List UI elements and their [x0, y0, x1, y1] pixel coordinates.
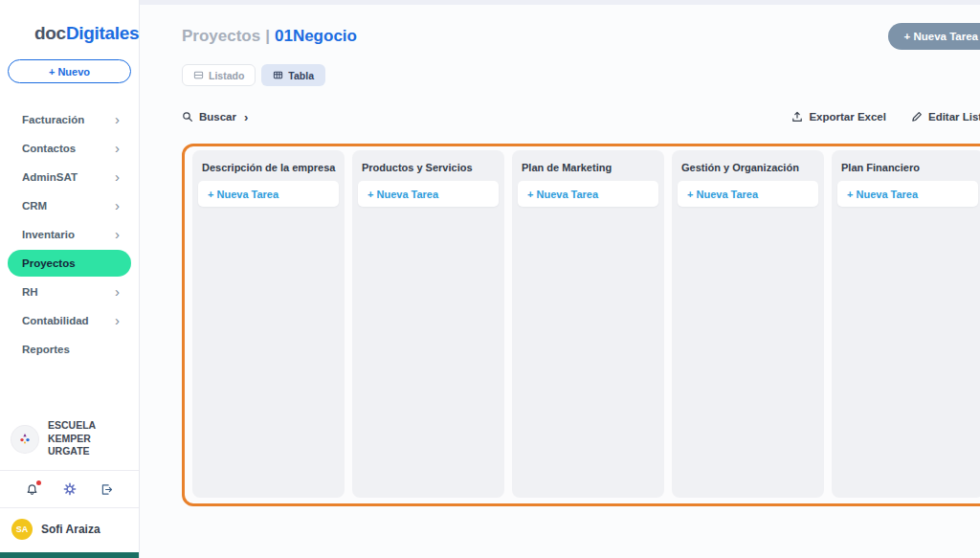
- chevron-right-icon: ›: [115, 313, 120, 327]
- sidebar-item-label: Reportes: [22, 344, 70, 355]
- toolbar-right: Exportar Excel Editar Listas: [791, 111, 980, 123]
- sidebar-item-label: CRM: [22, 200, 47, 212]
- sidebar-item-label: RH: [22, 286, 38, 298]
- search-label: Buscar: [199, 111, 236, 123]
- column-title: Descripción de la empresa: [192, 150, 345, 180]
- chevron-right-icon: ›: [115, 198, 120, 212]
- chevron-right-icon: ›: [115, 112, 120, 126]
- sidebar-item-reportes[interactable]: Reportes: [8, 336, 131, 363]
- breadcrumb-section: Proyectos: [182, 27, 260, 45]
- export-excel-button[interactable]: Exportar Excel: [791, 111, 886, 123]
- sidebar-item-rh[interactable]: RH›: [8, 279, 131, 305]
- user-name: Sofi Araiza: [41, 523, 100, 536]
- search-control[interactable]: Buscar ›: [182, 110, 248, 124]
- column-title: Productos y Servicios: [352, 150, 504, 180]
- column-title: Gestión y Organización: [672, 150, 824, 180]
- new-button[interactable]: + Nuevo: [8, 59, 131, 83]
- column-new-task-button[interactable]: + Nueva Tarea: [678, 181, 818, 207]
- logo-suffix: Digitales: [66, 23, 140, 43]
- edit-lists-label: Editar Listas: [928, 111, 980, 123]
- page-header: Proyectos|01Negocio + Nueva Tarea: [182, 23, 980, 50]
- logo-prefix: doc: [34, 23, 66, 43]
- chevron-right-icon: ›: [115, 284, 120, 299]
- user-row[interactable]: SA Sofi Araiza: [0, 508, 139, 552]
- column-new-task-button[interactable]: + Nueva Tarea: [358, 181, 499, 207]
- sidebar-item-label: Contabilidad: [22, 315, 89, 326]
- table-icon: [273, 70, 283, 80]
- chevron-right-icon: ›: [115, 227, 120, 241]
- sidebar-actions: [0, 471, 139, 507]
- board-column: Plan de Marketing+ Nueva Tarea: [512, 150, 664, 498]
- sidebar-menu: Facturación›Contactos›AdminSAT›CRM›Inven…: [0, 104, 139, 365]
- sidebar-item-inventario[interactable]: Inventario›: [8, 221, 131, 248]
- column-new-task-button[interactable]: + Nueva Tarea: [837, 181, 978, 207]
- chevron-right-icon: ›: [244, 110, 248, 124]
- breadcrumb-separator: |: [265, 27, 270, 45]
- logout-icon[interactable]: [99, 480, 116, 498]
- kanban-board: Descripción de la empresa+ Nueva TareaPr…: [182, 144, 980, 506]
- sidebar-item-contabilidad[interactable]: Contabilidad›: [8, 307, 131, 334]
- main-content: Proyectos|01Negocio + Nueva Tarea Listad…: [140, 0, 980, 558]
- column-new-task-button[interactable]: + Nueva Tarea: [518, 181, 658, 207]
- sidebar-item-contactos[interactable]: Contactos›: [8, 135, 131, 162]
- sidebar-item-proyectos[interactable]: Proyectos: [8, 250, 131, 277]
- pencil-icon: [911, 111, 923, 123]
- organization-crest-icon: [11, 426, 38, 453]
- sidebar-item-label: Proyectos: [22, 257, 76, 269]
- search-icon: [182, 111, 193, 123]
- column-new-task-button[interactable]: + Nueva Tarea: [198, 181, 339, 207]
- board-column: Plan Financiero+ Nueva Tarea: [832, 150, 980, 498]
- column-title: Plan Financiero: [832, 150, 980, 180]
- notification-badge: [36, 480, 41, 485]
- settings-gear-icon[interactable]: [61, 480, 78, 498]
- breadcrumb-current: 01Negocio: [275, 27, 357, 45]
- edit-lists-button[interactable]: Editar Listas: [911, 111, 980, 123]
- user-avatar: SA: [11, 519, 33, 540]
- board-column: Productos y Servicios+ Nueva Tarea: [352, 150, 504, 498]
- top-strip: [140, 0, 980, 5]
- column-title: Plan de Marketing: [512, 150, 664, 180]
- board-column: Descripción de la empresa+ Nueva Tarea: [192, 150, 345, 498]
- sidebar-footer: ESCUELA KEMPER URGATE: [0, 410, 139, 558]
- page-title: Proyectos|01Negocio: [182, 27, 357, 46]
- organization-name: ESCUELA KEMPER URGATE: [48, 419, 133, 458]
- sidebar-item-facturaci-n[interactable]: Facturación›: [8, 106, 131, 133]
- tab-label: Listado: [209, 70, 244, 81]
- sidebar-item-adminsat[interactable]: AdminSAT›: [8, 164, 131, 190]
- list-icon: [193, 70, 204, 80]
- tab-listado[interactable]: Listado: [182, 64, 256, 86]
- app-window: docDigitales + Nuevo Facturación›Contact…: [0, 0, 980, 558]
- new-task-button[interactable]: + Nueva Tarea: [888, 23, 980, 50]
- app-logo: docDigitales: [34, 23, 139, 44]
- sidebar-bottom-bar: [0, 552, 139, 558]
- chevron-right-icon: ›: [115, 141, 120, 155]
- view-switch: Listado Tabla: [182, 64, 980, 86]
- sidebar-item-label: Inventario: [22, 229, 75, 240]
- board-column: Gestión y Organización+ Nueva Tarea: [672, 150, 824, 498]
- notifications-bell-icon[interactable]: [24, 480, 41, 498]
- sidebar-item-label: Contactos: [22, 143, 76, 154]
- tab-tabla[interactable]: Tabla: [261, 64, 325, 86]
- export-icon: [791, 111, 803, 123]
- sidebar: docDigitales + Nuevo Facturación›Contact…: [0, 0, 140, 558]
- organization-row[interactable]: ESCUELA KEMPER URGATE: [0, 410, 139, 470]
- tab-label: Tabla: [288, 70, 314, 81]
- sidebar-item-crm[interactable]: CRM›: [8, 192, 131, 219]
- toolbar: Buscar › Exportar Excel: [182, 107, 980, 126]
- export-label: Exportar Excel: [809, 111, 886, 123]
- sidebar-item-label: AdminSAT: [22, 171, 78, 183]
- sidebar-item-label: Facturación: [22, 114, 84, 125]
- chevron-right-icon: ›: [115, 169, 120, 184]
